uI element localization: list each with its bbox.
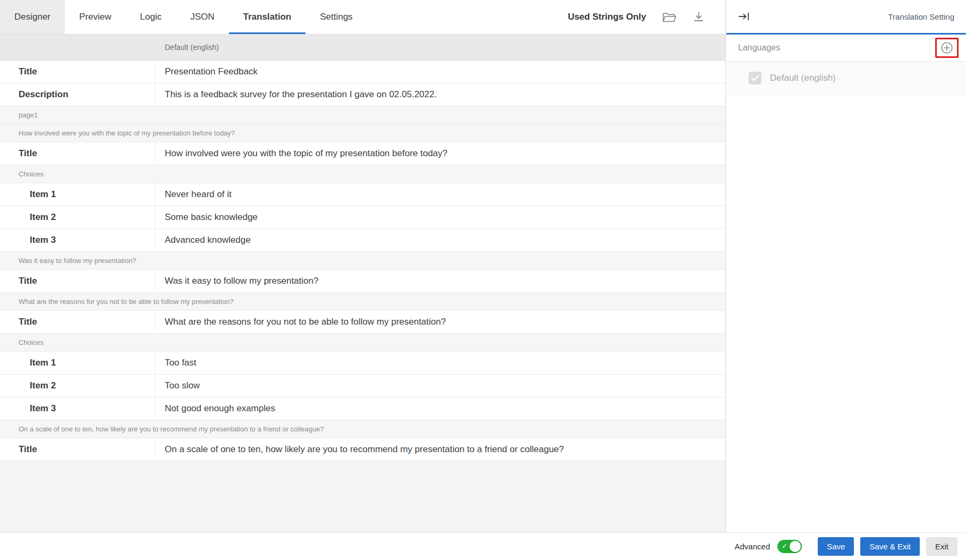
translation-main-area: DesignerPreviewLogicJSONTranslationSetti… [0,0,726,532]
group-label: Choices [19,338,44,346]
toggle-knob [790,541,801,552]
tab-translation[interactable]: Translation [229,0,306,34]
panel-header: Translation Setting [726,0,966,35]
table-group-row: Was it easy to follow my presentation? [0,252,725,270]
translation-value-cell[interactable]: Was it easy to follow my presentation? [155,270,725,292]
survey-creator-app: DesignerPreviewLogicJSONTranslationSetti… [0,0,966,560]
row-label: Title [0,270,155,292]
default-language-label: Default (english) [770,73,836,83]
translation-value-cell[interactable]: Not good enough examples [155,397,725,420]
table-group-row: On a scale of one to ten, how likely are… [0,420,725,438]
tab-bar: DesignerPreviewLogicJSONTranslationSetti… [0,0,725,35]
table-data-row: TitleHow involved were you with the topi… [0,142,725,165]
tab-bar-right-toolbar: Used Strings Only [568,0,725,34]
row-label: Item 2 [0,206,155,228]
used-strings-only-selector[interactable]: Used Strings Only [568,12,646,22]
row-label: Item 1 [0,183,155,206]
footer-toolbar: Advanced ✓ Save Save & Exit Exit [0,532,966,560]
translation-settings-panel: Translation Setting Languages Default (e… [726,0,966,532]
translation-value-cell[interactable]: On a scale of one to ten, how likely are… [155,438,725,461]
translation-value-cell[interactable]: Never heard of it [155,183,725,206]
table-data-row: TitleOn a scale of one to ten, how likel… [0,438,725,461]
tab-json[interactable]: JSON [176,0,228,34]
languages-row: Languages [726,35,966,62]
group-label: What are the reasons for you not to be a… [19,298,234,306]
translation-value-cell[interactable]: Some basic knowledge [155,206,725,228]
row-label: Item 1 [0,352,155,374]
row-label: Item 3 [0,229,155,251]
plus-circle-icon [940,41,954,55]
translation-value-cell[interactable]: What are the reasons for you not to be a… [155,311,725,333]
add-language-button[interactable] [940,41,954,55]
table-data-row: TitlePresentation Feedback [0,61,725,83]
table-data-row: DescriptionThis is a feedback survey for… [0,83,725,106]
translation-value-cell[interactable]: How involved were you with the topic of … [155,142,725,165]
collapse-arrow-icon [738,11,750,22]
default-language-row: Default (english) [726,62,966,95]
translation-table: Default (english) TitlePresentation Feed… [0,35,725,461]
table-data-row: TitleWhat are the reasons for you not to… [0,311,725,334]
row-label: Description [0,83,155,106]
row-label: Item 2 [0,375,155,397]
download-icon [692,11,705,23]
checkmark-icon [751,74,759,82]
save-and-exit-button[interactable]: Save & Exit [860,537,920,556]
tab-designer[interactable]: Designer [0,0,65,34]
table-data-row: TitleWas it easy to follow my presentati… [0,270,725,293]
table-data-row: Item 1Never heard of it [0,183,725,206]
table-header-row: Default (english) [0,35,725,61]
table-data-row: Item 3Not good enough examples [0,397,725,420]
collapse-panel-button[interactable] [738,11,750,22]
folder-icon [662,11,676,23]
tab-settings[interactable]: Settings [306,0,367,34]
languages-label: Languages [738,43,780,53]
row-label: Title [0,61,155,83]
translation-value-cell[interactable]: Presentation Feedback [155,61,725,83]
tab-logic[interactable]: Logic [126,0,176,34]
row-label: Title [0,438,155,461]
toggle-check-icon: ✓ [782,542,787,550]
table-header-language-label: Default (english) [155,43,219,52]
export-download-button[interactable] [692,11,705,23]
table-data-row: Item 1Too fast [0,352,725,375]
annotation-highlight-box [935,38,959,58]
table-group-row: page1 [0,106,725,124]
group-label: Was it easy to follow my presentation? [19,257,136,265]
tab-bar-tabs: DesignerPreviewLogicJSONTranslationSetti… [0,0,367,34]
tab-preview[interactable]: Preview [65,0,125,34]
translation-value-cell[interactable]: This is a feedback survey for the presen… [155,83,725,106]
table-data-row: Item 2Some basic knowledge [0,206,725,229]
table-data-row: Item 3Advanced knowledge [0,229,725,252]
table-rows: TitlePresentation FeedbackDescriptionThi… [0,61,725,461]
group-label: How involved were you with the topic of … [19,129,235,137]
group-label: On a scale of one to ten, how likely are… [19,425,324,433]
advanced-label: Advanced [735,542,770,551]
table-group-row: Choices [0,165,725,183]
advanced-toggle[interactable]: ✓ [777,540,802,553]
group-label: Choices [19,170,44,178]
table-group-row: Choices [0,334,725,352]
row-label: Title [0,311,155,333]
exit-button[interactable]: Exit [926,537,957,556]
translation-value-cell[interactable]: Too slow [155,375,725,397]
row-label: Title [0,142,155,165]
translation-value-cell[interactable]: Advanced knowledge [155,229,725,251]
row-label: Item 3 [0,397,155,420]
table-group-row: What are the reasons for you not to be a… [0,293,725,311]
table-group-row: How involved were you with the topic of … [0,124,725,142]
group-label: page1 [19,111,38,119]
translation-value-cell[interactable]: Too fast [155,352,725,374]
panel-title: Translation Setting [888,12,954,21]
save-button[interactable]: Save [818,537,854,556]
table-data-row: Item 2Too slow [0,375,725,397]
import-folder-button[interactable] [662,11,676,23]
default-language-checkbox[interactable] [749,72,761,84]
